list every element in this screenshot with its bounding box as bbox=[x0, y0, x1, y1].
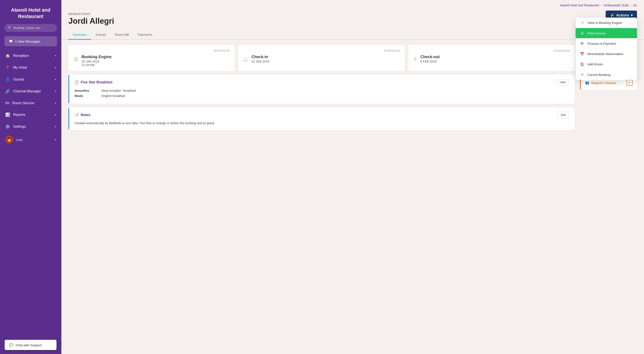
tab-payments[interactable]: Payments bbox=[133, 30, 157, 40]
content-header: BBNB10720087 Jordi Allegri ⚡ Actions ▾ bbox=[62, 11, 644, 30]
menu-item-cancel-booking[interactable]: ✕ Cancel Booking bbox=[576, 70, 637, 80]
my-hotel-chevron: ▾ bbox=[55, 66, 56, 69]
user-name: Lory bbox=[16, 138, 22, 141]
reports-label: Reports bbox=[13, 113, 26, 117]
breadcrumb: Atavoli Hotel and Restaurant › Ambassado… bbox=[62, 0, 644, 11]
sidebar-item-room-service[interactable]: 🍽 Room Service ▾ bbox=[0, 97, 62, 109]
print-invoice-label: Print Invoice bbox=[588, 31, 606, 35]
reception-chevron: ▾ bbox=[55, 54, 56, 57]
sidebar-item-reports[interactable]: 📊 Reports ▾ bbox=[0, 109, 62, 121]
nav-list: 🏠 Reception ▾ 📍 My Hotel ▾ 👤 Guests ▾ 🔗 … bbox=[0, 50, 62, 132]
sidebar-item-guests[interactable]: 👤 Guests ▾ bbox=[0, 74, 62, 85]
add-room-icon: 🏠 bbox=[580, 62, 584, 66]
chat-support-button[interactable]: 💬 Chat with Support bbox=[4, 339, 57, 350]
settings-chevron: ▾ bbox=[55, 125, 56, 128]
user-chevron: ▾ bbox=[55, 138, 56, 141]
view-booking-engine-label: View in Booking Engine bbox=[588, 21, 622, 25]
menu-item-process-payment[interactable]: 🏛 Process A Payment bbox=[576, 38, 637, 49]
main-content: Atavoli Hotel and Restaurant › Ambassado… bbox=[62, 0, 644, 354]
booking-engine-title: Booking Engine bbox=[82, 55, 112, 59]
user-menu[interactable]: 🧑 Lory ▾ bbox=[0, 132, 62, 147]
actions-bolt-icon: ⚡ bbox=[610, 13, 614, 17]
checkout-title: Check-out bbox=[420, 55, 440, 59]
chat-support-label: Chat with Support bbox=[16, 343, 42, 347]
avatar: 🧑 bbox=[5, 136, 13, 143]
guests-icon: 👤 bbox=[5, 77, 10, 82]
process-payment-icon: 🏛 bbox=[580, 42, 584, 45]
booking-cards: CREATED BY 🖥 Booking Engine 25 JAN 2019 … bbox=[68, 45, 575, 71]
notes-text: Created automatically by Bellebnb as tes… bbox=[74, 121, 570, 125]
cancel-booking-label: Cancel Booking bbox=[588, 73, 610, 77]
tab-guests[interactable]: Guests bbox=[91, 30, 110, 40]
channel-manager-chevron: ▾ bbox=[55, 90, 56, 93]
checkout-icon: ✈ bbox=[413, 56, 418, 63]
notes-icon: 📝 bbox=[74, 113, 79, 117]
booking-id: BBNB10720087 bbox=[68, 12, 637, 16]
register-guests-text: Register Guests bbox=[591, 81, 616, 85]
package-icon: 📋 bbox=[74, 80, 79, 84]
amenities-value: · Meal included - breakfast bbox=[100, 89, 136, 92]
view-package-button[interactable]: View bbox=[556, 79, 570, 85]
reschedule-icon: 📅 bbox=[580, 52, 584, 56]
checkin-title: Check-in bbox=[252, 55, 269, 59]
actions-label: Actions bbox=[616, 13, 629, 17]
breadcrumb-sep-1: › bbox=[601, 4, 602, 7]
room-service-chevron: ▾ bbox=[55, 102, 56, 105]
meals-value: · English breakfast bbox=[100, 94, 125, 98]
sidebar-footer: 💬 Chat with Support bbox=[0, 336, 62, 354]
settings-icon: ⚙️ bbox=[5, 124, 10, 129]
booking-card-created: CREATED BY 🖥 Booking Engine 25 JAN 2019 … bbox=[68, 45, 235, 71]
booking-card-checkin: SCHEDULED 🛎 Check-in 31 JAN 2019 bbox=[238, 45, 405, 71]
breadcrumb-room[interactable]: Ambassador Suite bbox=[604, 4, 629, 7]
menu-item-print-invoice[interactable]: 🖨 Print Invoice bbox=[576, 28, 637, 38]
checkout-label: SCHEDULED bbox=[413, 49, 570, 52]
sidebar-item-channel-manager[interactable]: 🔗 Channel Manager ▾ bbox=[0, 85, 62, 97]
checkin-label: SCHEDULED bbox=[243, 49, 400, 52]
checkout-date: 8 FEB 2019 bbox=[420, 60, 440, 63]
reports-chevron: ▾ bbox=[55, 113, 56, 116]
room-service-icon: 🍽 bbox=[5, 101, 9, 105]
edit-notes-button[interactable]: Edit bbox=[557, 112, 570, 118]
breadcrumb-sep-2: › bbox=[630, 4, 632, 7]
tabs: Summary Guests Room Bill Payments bbox=[62, 30, 644, 40]
tab-summary[interactable]: Summary bbox=[68, 30, 91, 40]
breadcrumb-room-code: A1 bbox=[633, 4, 637, 7]
actions-chevron-icon: ▾ bbox=[631, 13, 632, 17]
reception-icon: 🏠 bbox=[5, 53, 10, 58]
sidebar-header: Atavoli Hotel andRestaurant bbox=[0, 0, 62, 24]
menu-item-add-room[interactable]: 🏠 Add Room bbox=[576, 59, 637, 69]
new-messages-label: 1 New Messages bbox=[15, 40, 40, 43]
settings-label: Settings bbox=[13, 125, 26, 129]
chat-icon: 💬 bbox=[9, 343, 13, 347]
sidebar-item-reception[interactable]: 🏠 Reception ▾ bbox=[0, 50, 62, 62]
search-bar[interactable]: 🔍 Booking, Guest, etc. bbox=[4, 24, 57, 32]
register-guests-label: 👥 Register Guests bbox=[585, 81, 616, 85]
booking-created-date: 25 JAN 2019 bbox=[82, 60, 112, 63]
my-hotel-label: My Hotel bbox=[13, 66, 27, 70]
created-label: CREATED BY bbox=[73, 49, 230, 52]
breadcrumb-hotel[interactable]: Atavoli Hotel and Restaurant bbox=[560, 4, 599, 7]
search-icon-sidebar: 🔍 bbox=[8, 26, 12, 30]
meals-row: Meals · English breakfast bbox=[74, 94, 570, 98]
menu-item-reschedule[interactable]: 📅 Reschedule Reservation bbox=[576, 49, 637, 59]
notes-title-text: Notes bbox=[81, 113, 90, 117]
search-placeholder: Booking, Guest, etc. bbox=[13, 26, 41, 30]
booking-engine-icon: 🖥 bbox=[73, 56, 79, 63]
new-messages-button[interactable]: 💬 1 New Messages bbox=[4, 36, 57, 46]
right-column: Check-in today . ⏰ Late Arrival + 👥 Regi… bbox=[580, 45, 637, 349]
checkin-date: 31 JAN 2019 bbox=[252, 60, 269, 63]
meals-label: Meals bbox=[74, 94, 96, 98]
tab-room-bill[interactable]: Room Bill bbox=[110, 30, 133, 40]
sidebar-title: Atavoli Hotel andRestaurant bbox=[5, 7, 56, 20]
register-guests-add-button[interactable]: + bbox=[626, 80, 632, 86]
print-invoice-icon: 🖨 bbox=[580, 31, 584, 35]
sidebar-item-my-hotel[interactable]: 📍 My Hotel ▾ bbox=[0, 62, 62, 74]
actions-dropdown: ↗ View in Booking Engine 🖨 Print Invoice… bbox=[576, 18, 637, 80]
menu-item-view-booking-engine[interactable]: ↗ View in Booking Engine bbox=[576, 18, 637, 28]
sidebar: Atavoli Hotel andRestaurant 🔍 Booking, G… bbox=[0, 0, 62, 354]
amenities-label: Amenities bbox=[74, 89, 96, 92]
sidebar-item-settings[interactable]: ⚙️ Settings ▾ bbox=[0, 121, 62, 132]
process-payment-label: Process A Payment bbox=[588, 42, 616, 45]
guests-label: Guests bbox=[13, 77, 24, 81]
messages-icon: 💬 bbox=[9, 39, 13, 43]
